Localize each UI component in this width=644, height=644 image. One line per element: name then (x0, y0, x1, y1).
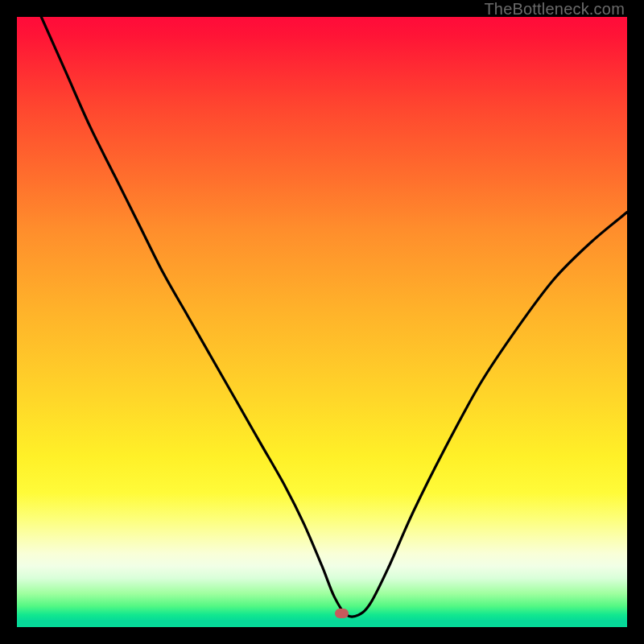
chart-frame: TheBottleneck.com (0, 0, 644, 644)
bottleneck-curve (17, 17, 627, 627)
plot-area (17, 17, 627, 627)
watermark-text: TheBottleneck.com (484, 0, 625, 19)
optimal-point-marker (335, 609, 349, 618)
